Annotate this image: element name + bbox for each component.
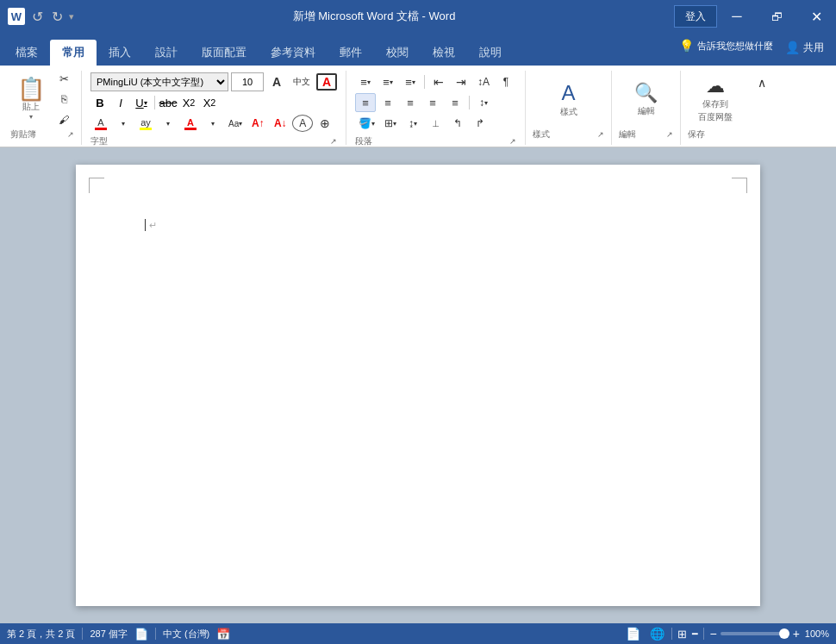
show-marks-btn[interactable]: ¶	[496, 72, 516, 91]
font-name-select[interactable]: PMingLiU (本文中文字型)	[90, 72, 228, 91]
font-clear-btn[interactable]: A	[316, 73, 337, 91]
clipboard-expand[interactable]: ↗	[67, 130, 74, 139]
language[interactable]: 中文 (台灣)	[163, 628, 209, 641]
document-page[interactable]: ↵	[76, 165, 760, 606]
paragraph-expand[interactable]: ↗	[509, 137, 516, 146]
font-expand[interactable]: ↗	[330, 137, 337, 146]
title-bar-controls: 登入 ─ 🗗 ✕	[674, 0, 836, 33]
view-print-btn[interactable]: 📄	[623, 626, 642, 641]
restore-button[interactable]: 🗗	[757, 0, 796, 33]
bullet-list-btn[interactable]: ≡ ▾	[355, 72, 376, 91]
align-left-btn[interactable]: ≡	[355, 93, 376, 112]
tab-references[interactable]: 參考資料	[259, 40, 328, 66]
tab-home[interactable]: 常用	[50, 40, 97, 66]
track-changes-icon[interactable]: 📄	[134, 628, 148, 641]
font-color-a-btn[interactable]: A	[180, 114, 201, 133]
numbered-list-btn[interactable]: ≡ ▾	[377, 72, 398, 91]
close-button[interactable]: ✕	[796, 0, 836, 33]
accessibility-icon[interactable]: 📅	[216, 628, 230, 641]
font-dropdown1[interactable]: ▾	[113, 114, 134, 133]
login-button[interactable]: 登入	[674, 5, 717, 28]
border-btn[interactable]: ⊞▾	[380, 114, 401, 133]
sort-btn[interactable]: ↕A	[473, 72, 494, 91]
zoom-track[interactable]	[721, 632, 789, 635]
tab-review[interactable]: 校閱	[374, 40, 421, 66]
font-zh-btn[interactable]: 中文	[290, 72, 314, 91]
tab-mailings[interactable]: 郵件	[328, 40, 374, 66]
zoom-level[interactable]: 100%	[805, 628, 829, 639]
vertical-text-btn[interactable]: ⟂	[425, 114, 446, 133]
ribbon-group-styles: A 樣式 樣式 ↗	[526, 71, 612, 145]
editing-btn[interactable]: 🔍 編輯	[625, 74, 668, 124]
font-encircle-btn[interactable]: ⊕	[315, 114, 335, 133]
tell-me-box[interactable]: 💡 告訴我您想做什麼	[679, 39, 773, 56]
zoom-plus-btn[interactable]: +	[793, 627, 800, 641]
ltr-btn[interactable]: ↱	[470, 114, 490, 133]
superscript-button[interactable]: X2	[200, 93, 219, 112]
italic-button[interactable]: I	[111, 93, 130, 112]
title-bar-left: W ↺ ↻ ▾	[7, 7, 74, 26]
align-right-btn[interactable]: ≡	[400, 93, 421, 112]
subscript-button[interactable]: X2	[179, 93, 198, 112]
status-sep-3	[671, 628, 672, 640]
rtl-btn[interactable]: ↰	[447, 114, 468, 133]
editing-expand[interactable]: ↗	[666, 130, 673, 139]
shading-btn[interactable]: 🪣▾	[355, 114, 378, 133]
multilevel-list-btn[interactable]: ≡ ▾	[400, 72, 421, 91]
para-spacing-btn[interactable]: ↨▾	[402, 114, 423, 133]
focus-icon[interactable]: ━	[692, 628, 698, 640]
share-button[interactable]: 👤 共用	[777, 37, 833, 59]
status-sep-4	[703, 628, 704, 640]
font-case-btn[interactable]: Aa▾	[225, 114, 246, 133]
page-info[interactable]: 第 2 頁，共 2 頁	[7, 628, 75, 641]
font-dropdown2[interactable]: ▾	[158, 114, 178, 133]
undo-button[interactable]: ↺	[29, 9, 46, 25]
outline-icon[interactable]: ⊞	[677, 628, 687, 641]
view-web-btn[interactable]: 🌐	[647, 626, 666, 641]
justify-btn[interactable]: ≡	[422, 93, 443, 112]
font-size-down[interactable]: A↓	[270, 114, 290, 133]
document-area[interactable]: ↵	[0, 147, 836, 623]
font-color-btn[interactable]: A	[90, 114, 111, 133]
ribbon-collapse-btn[interactable]: ∧	[752, 74, 772, 91]
font-size-up-btn[interactable]: A	[266, 72, 287, 91]
save-baidu-btn[interactable]: ☁ 保存到 百度网盤	[689, 72, 741, 127]
styles-btn[interactable]: A 樣式	[543, 74, 595, 124]
ribbon-group-paragraph: ≡ ▾ ≡ ▾ ≡ ▾ ⇤ ⇥ ↕A ¶ ≡ ≡ ≡ ≡ ≡	[346, 71, 526, 145]
zoom-thumb[interactable]	[779, 628, 789, 639]
distribute-btn[interactable]: ≡	[445, 93, 465, 112]
bold-button[interactable]: B	[90, 93, 109, 112]
copy-button[interactable]: ⎘	[53, 90, 74, 109]
format-painter-button[interactable]: 🖌	[53, 110, 74, 129]
font-dropdown3[interactable]: ▾	[203, 114, 223, 133]
word-count[interactable]: 287 個字	[90, 628, 127, 641]
editing-label: 編輯	[619, 128, 636, 141]
decrease-indent-btn[interactable]: ⇤	[428, 72, 449, 91]
text-cursor	[145, 219, 146, 231]
redo-button[interactable]: ↻	[49, 9, 66, 25]
ribbon-content: 📋 貼上 ▾ ✂ ⎘ 🖌 剪貼簿 ↗ PMingLiU (	[3, 69, 833, 147]
cut-button[interactable]: ✂	[53, 69, 74, 88]
tab-file[interactable]: 檔案	[3, 40, 50, 66]
styles-expand[interactable]: ↗	[597, 130, 604, 139]
tab-help[interactable]: 說明	[467, 40, 514, 66]
strikethrough-button[interactable]: abc	[159, 93, 178, 112]
tab-insert[interactable]: 插入	[97, 40, 143, 66]
align-center-btn[interactable]: ≡	[377, 93, 398, 112]
tab-design[interactable]: 設計	[143, 40, 190, 66]
document-content[interactable]: ↵	[145, 216, 691, 232]
paste-button[interactable]: 📋 貼上 ▾	[10, 67, 52, 131]
minimize-button[interactable]: ─	[717, 0, 757, 33]
highlight-btn[interactable]: ay	[135, 114, 156, 133]
zoom-minus-btn[interactable]: −	[709, 627, 716, 641]
tab-view[interactable]: 檢視	[421, 40, 467, 66]
tab-layout[interactable]: 版面配置	[190, 40, 259, 66]
font-size-up2[interactable]: A↑	[247, 114, 268, 133]
font-circle-btn[interactable]: A	[292, 115, 313, 132]
increase-indent-btn[interactable]: ⇥	[451, 72, 471, 91]
tab-bar: 檔案 常用 插入 設計 版面配置 參考資料 郵件 校閱 檢視 說明 💡 告訴我您…	[0, 33, 836, 66]
status-sep-1	[82, 628, 83, 640]
font-size-input[interactable]	[231, 72, 264, 91]
line-spacing-btn[interactable]: ↕▾	[473, 93, 494, 112]
underline-button[interactable]: U▾	[132, 93, 151, 112]
